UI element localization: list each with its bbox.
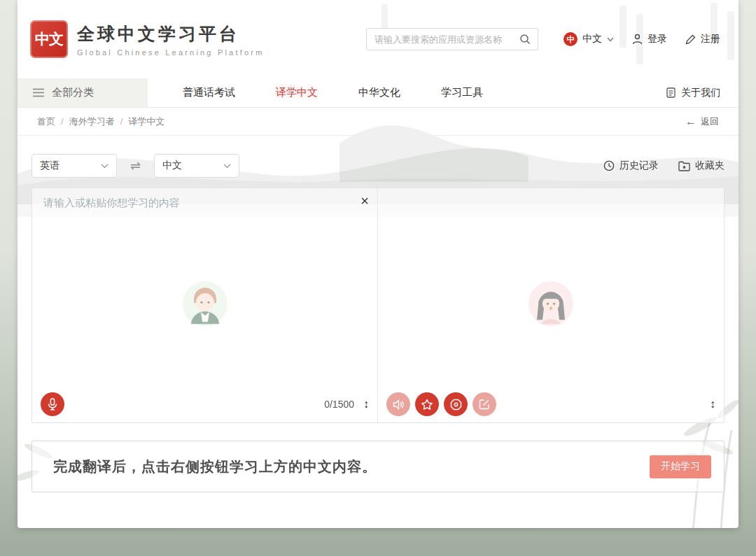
back-button[interactable]: ← 返回 bbox=[685, 115, 719, 128]
language-toolbar: 英语 ⇌ 中文 历史记录 收藏夹 bbox=[31, 154, 724, 178]
expand-icon[interactable]: ↕ bbox=[710, 398, 715, 411]
breadcrumb-current: 译学中文 bbox=[128, 115, 164, 128]
favorites-button[interactable]: 收藏夹 bbox=[678, 159, 724, 172]
document-icon bbox=[666, 87, 676, 98]
target-language-value: 中文 bbox=[162, 159, 182, 172]
char-counter: 0/1500 bbox=[324, 399, 354, 410]
close-icon[interactable]: × bbox=[360, 194, 369, 208]
source-language-value: 英语 bbox=[40, 159, 59, 172]
result-panel-toolbar: ↕ bbox=[378, 386, 724, 422]
search-box bbox=[366, 28, 538, 50]
search-input[interactable] bbox=[374, 34, 518, 45]
instruction-text: 完成翻译后，点击右侧按钮学习上方的中文内容。 bbox=[53, 457, 377, 476]
breadcrumb-separator: / bbox=[120, 116, 123, 127]
toolbar-right: 历史记录 收藏夹 bbox=[603, 159, 724, 172]
breadcrumb-overseas-learner[interactable]: 海外学习者 bbox=[69, 115, 115, 128]
login-label: 登录 bbox=[648, 33, 667, 45]
result-panel: ↕ bbox=[378, 188, 724, 422]
chevron-down-icon bbox=[223, 164, 231, 169]
all-categories-button[interactable]: 全部分类 bbox=[18, 78, 148, 107]
source-panel: × 0/1500 ↕ bbox=[32, 188, 378, 422]
folder-star-icon bbox=[678, 161, 690, 171]
language-label: 中文 bbox=[582, 33, 602, 45]
all-categories-label: 全部分类 bbox=[52, 86, 94, 99]
microphone-icon[interactable] bbox=[41, 392, 64, 416]
target-language-select[interactable]: 中文 bbox=[154, 154, 239, 178]
nav-items: 普通话考试 译学中文 中华文化 学习工具 bbox=[183, 78, 483, 107]
language-switcher[interactable]: 中 中文 bbox=[564, 32, 614, 46]
nav-item-learning-tools[interactable]: 学习工具 bbox=[441, 86, 483, 99]
seal-badge-icon[interactable] bbox=[444, 392, 468, 416]
nav-item-yixue-chinese[interactable]: 译学中文 bbox=[276, 86, 318, 99]
back-label: 返回 bbox=[701, 115, 719, 128]
speaker-icon[interactable] bbox=[386, 392, 410, 416]
page-card: 中文 全球中文学习平台 Global Chinese Learning Plat… bbox=[18, 0, 738, 528]
source-text-input[interactable] bbox=[43, 197, 348, 354]
main-nav: 全部分类 普通话考试 译学中文 中华文化 学习工具 关于我们 bbox=[18, 78, 738, 108]
girl-avatar bbox=[528, 280, 574, 327]
logo-seal-icon[interactable]: 中文 bbox=[30, 20, 68, 58]
source-panel-toolbar: 0/1500 ↕ bbox=[32, 386, 377, 422]
register-label: 注册 bbox=[701, 33, 720, 45]
clock-icon bbox=[603, 160, 615, 171]
login-button[interactable]: 登录 bbox=[632, 33, 667, 45]
site-title: 全球中文学习平台 bbox=[77, 22, 265, 45]
header: 中文 全球中文学习平台 Global Chinese Learning Plat… bbox=[18, 0, 738, 78]
chinese-learning-platform-page: { "header": { "logo_seal_text": "中文", "l… bbox=[0, 0, 756, 556]
translation-panels: × 0/1500 ↕ bbox=[31, 187, 724, 423]
hamburger-icon bbox=[33, 88, 44, 97]
star-icon[interactable] bbox=[415, 392, 439, 416]
swap-languages-icon[interactable]: ⇌ bbox=[130, 159, 141, 172]
history-button[interactable]: 历史记录 bbox=[603, 159, 659, 172]
nav-item-chinese-culture[interactable]: 中华文化 bbox=[358, 86, 400, 99]
source-language-select[interactable]: 英语 bbox=[31, 154, 117, 178]
translator-content: 英语 ⇌ 中文 历史记录 收藏夹 bbox=[18, 154, 738, 492]
logo-text: 全球中文学习平台 Global Chinese Learning Platfor… bbox=[77, 22, 265, 57]
header-actions: 中 中文 登录 注册 bbox=[564, 32, 720, 46]
expand-icon[interactable]: ↕ bbox=[363, 398, 369, 411]
site-subtitle: Global Chinese Learning Platform bbox=[77, 48, 265, 57]
about-us-label: 关于我们 bbox=[681, 87, 720, 99]
back-arrow-icon: ← bbox=[685, 116, 696, 127]
breadcrumb-separator: / bbox=[61, 116, 64, 127]
register-button[interactable]: 注册 bbox=[685, 33, 720, 45]
chevron-down-icon bbox=[101, 164, 108, 169]
start-learning-button[interactable]: 开始学习 bbox=[650, 455, 711, 478]
search-icon[interactable] bbox=[518, 32, 532, 46]
breadcrumb-home[interactable]: 首页 bbox=[37, 115, 55, 128]
history-label: 历史记录 bbox=[620, 159, 659, 172]
about-us-link[interactable]: 关于我们 bbox=[666, 78, 720, 107]
instruction-bar: 完成翻译后，点击右侧按钮学习上方的中文内容。 开始学习 bbox=[31, 441, 724, 492]
user-icon bbox=[632, 34, 643, 45]
favorites-label: 收藏夹 bbox=[695, 159, 724, 172]
edit-icon[interactable] bbox=[472, 392, 496, 416]
chevron-down-icon bbox=[607, 37, 614, 42]
nav-item-putonghua-exam[interactable]: 普通话考试 bbox=[183, 86, 235, 99]
language-badge-icon: 中 bbox=[564, 32, 578, 46]
breadcrumb: 首页 / 海外学习者 / 译学中文 ← 返回 bbox=[18, 108, 738, 136]
pen-icon bbox=[685, 34, 696, 45]
